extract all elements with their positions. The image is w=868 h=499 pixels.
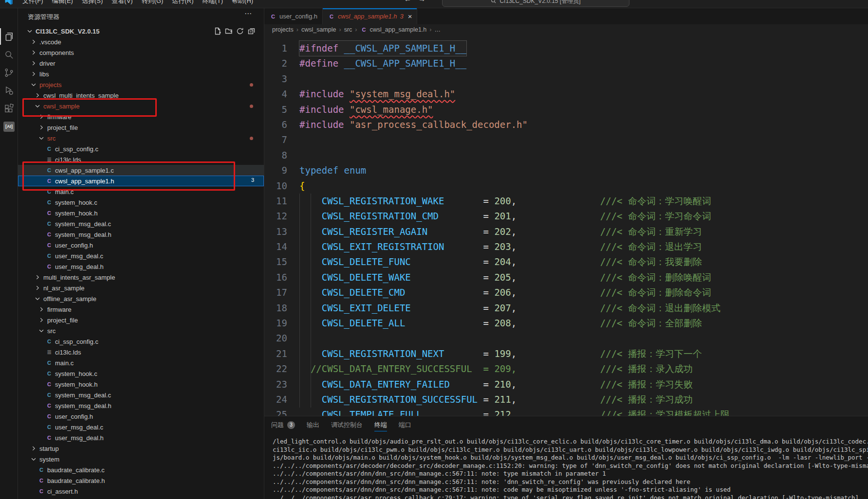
menu-item[interactable]: 转到(G) <box>137 0 168 7</box>
chevron-right-icon[interactable] <box>37 305 45 313</box>
tree-file-ci_assert.h[interactable]: Cci_assert.h <box>18 486 264 497</box>
tree-file-user_config.h[interactable]: Cuser_config.h <box>18 411 264 422</box>
chevron-right-icon[interactable] <box>34 91 41 99</box>
nav-back-icon[interactable]: ← <box>404 0 411 3</box>
menu-item[interactable]: 终端(T) <box>198 0 227 7</box>
tree-file-user_msg_deal.h[interactable]: Cuser_msg_deal.h <box>18 261 264 272</box>
tree-file-system_msg_deal.c[interactable]: Csystem_msg_deal.c <box>18 218 264 229</box>
chevron-right-icon[interactable] <box>30 49 37 56</box>
tree-folder-firmware[interactable]: firmware <box>18 111 264 122</box>
explorer-icon[interactable] <box>0 28 18 45</box>
tree-file-cwsl_app_sample1.h[interactable]: Ccwsl_app_sample1.h3 <box>18 176 264 186</box>
tree-folder-projects[interactable]: projects <box>18 79 264 90</box>
chevron-down-icon[interactable] <box>30 81 37 89</box>
tree-folder-multi_intents_asr_sample[interactable]: multi_intents_asr_sample <box>18 272 264 283</box>
editor-tab-user_config.h[interactable]: Cuser_config.h <box>264 8 323 24</box>
menu-item[interactable]: 文件(F) <box>18 0 48 7</box>
tree-file-system_hook.h[interactable]: Csystem_hook.h <box>18 379 264 390</box>
chevron-right-icon[interactable] <box>34 284 41 292</box>
tree-file-ci_ssp_config.c[interactable]: Cci_ssp_config.c <box>18 143 264 154</box>
ai-tool-icon[interactable]: [AI] <box>0 118 18 135</box>
tree-file-ci13lc.lds[interactable]: ≣ci13lc.lds <box>18 347 264 357</box>
tree-file-system_hook.c[interactable]: Csystem_hook.c <box>18 368 264 379</box>
tree-folder-project_file[interactable]: project_file <box>18 122 264 133</box>
search-icon[interactable] <box>0 46 18 63</box>
tree-folder-firmware[interactable]: firmware <box>18 304 264 315</box>
tree-file-system_msg_deal.h[interactable]: Csystem_msg_deal.h <box>18 229 264 240</box>
chevron-right-icon[interactable] <box>37 124 45 131</box>
panel-tab-端口[interactable]: 端口 <box>399 416 411 433</box>
menu-item[interactable]: 查看(V) <box>107 0 137 7</box>
breadcrumb-item[interactable]: ›Ccwsl_app_sample1.h <box>352 26 426 33</box>
tree-file-baudrate_calibrate.c[interactable]: Cbaudrate_calibrate.c <box>18 464 264 475</box>
more-actions-icon[interactable]: ⋯ <box>244 9 252 18</box>
terminal-output[interactable]: /led_light_control.o build/objs/audio_pr… <box>273 438 868 499</box>
chevron-down-icon[interactable] <box>37 327 45 335</box>
tree-file-system_msg_deal.c[interactable]: Csystem_msg_deal.c <box>18 390 264 400</box>
nav-forward-icon[interactable]: → <box>418 0 425 3</box>
tree-file-ci13lc.lds[interactable]: ≣ci13lc.lds <box>18 154 264 165</box>
tree-folder-src[interactable]: src <box>18 325 264 336</box>
chevron-down-icon[interactable] <box>34 295 41 303</box>
chevron-down-icon[interactable] <box>26 27 34 35</box>
tree-folder-offline_asr_sample[interactable]: offline_asr_sample <box>18 293 264 304</box>
panel-tab-调试控制台[interactable]: 调试控制台 <box>331 416 363 433</box>
tree-folder-system[interactable]: system <box>18 454 264 464</box>
chevron-down-icon[interactable] <box>34 102 41 110</box>
tree-folder-driver[interactable]: driver <box>18 58 264 69</box>
breadcrumb-item[interactable]: ›src <box>336 26 352 33</box>
menu-item[interactable]: 帮助(H) <box>227 0 258 7</box>
tree-folder-.vscode[interactable]: .vscode <box>18 36 264 47</box>
tree-folder-cwsl_multi_intents_sample[interactable]: cwsl_multi_intents_sample <box>18 90 264 101</box>
chevron-right-icon[interactable] <box>34 273 41 281</box>
tree-file-main.c[interactable]: Cmain.c <box>18 186 264 197</box>
chevron-right-icon[interactable] <box>30 70 37 78</box>
chevron-right-icon[interactable] <box>37 113 45 121</box>
chevron-down-icon[interactable] <box>30 455 37 463</box>
tree-file-user_msg_deal.h[interactable]: Cuser_msg_deal.h <box>18 432 264 443</box>
tree-folder-CI13LC_SDK_V2.0.15[interactable]: CI13LC_SDK_V2.0.15 <box>18 26 264 36</box>
breadcrumb-item[interactable]: ›cwsl_sample <box>294 26 336 33</box>
panel-tab-输出[interactable]: 输出 <box>307 416 319 433</box>
menu-item[interactable]: 编辑(E) <box>48 0 77 7</box>
tree-file-cwsl_app_sample1.c[interactable]: Ccwsl_app_sample1.c <box>18 165 264 176</box>
chevron-right-icon[interactable] <box>30 38 37 46</box>
tree-folder-components[interactable]: components <box>18 47 264 58</box>
chevron-right-icon[interactable] <box>30 445 37 452</box>
tree-file-user_config.h[interactable]: Cuser_config.h <box>18 240 264 250</box>
tree-folder-startup[interactable]: startup <box>18 443 264 454</box>
tree-file-system_hook.h[interactable]: Csystem_hook.h <box>18 208 264 218</box>
breadcrumb-item[interactable]: projects <box>272 26 294 33</box>
new-file-icon[interactable] <box>214 27 222 36</box>
chevron-right-icon[interactable] <box>37 316 45 324</box>
tree-file-system_msg_deal.h[interactable]: Csystem_msg_deal.h <box>18 400 264 411</box>
code-editor[interactable]: 1#ifndef __CWSL_APP_SAMPLE1_H__2#define … <box>264 35 868 416</box>
run-debug-icon[interactable] <box>0 82 18 99</box>
new-folder-icon[interactable] <box>225 27 233 36</box>
tree-folder-src[interactable]: src <box>18 133 264 143</box>
collapse-all-icon[interactable] <box>247 27 255 36</box>
tree-file-ci_ssp_config.c[interactable]: Cci_ssp_config.c <box>18 336 264 347</box>
tree-file-baudrate_calibrate.h[interactable]: Cbaudrate_calibrate.h <box>18 475 264 486</box>
tree-file-user_msg_deal.c[interactable]: Cuser_msg_deal.c <box>18 422 264 432</box>
tree-folder-libs[interactable]: libs <box>18 69 264 79</box>
menu-item[interactable]: 运行(R) <box>167 0 198 7</box>
chevron-down-icon[interactable] <box>37 134 45 142</box>
command-center-search[interactable]: CI13LC_SDK_V2.0.15 [管理员] <box>442 0 629 7</box>
tree-file-user_msg_deal.c[interactable]: Cuser_msg_deal.c <box>18 250 264 261</box>
close-icon[interactable]: × <box>408 12 412 20</box>
tree-folder-cwsl_sample[interactable]: cwsl_sample <box>18 101 264 111</box>
panel-tab-问题[interactable]: 问题3 <box>271 416 295 433</box>
panel-tab-终端[interactable]: 终端 <box>374 416 387 433</box>
tree-file-main.c[interactable]: Cmain.c <box>18 357 264 368</box>
editor-tab-cwsl_app_sample1.h[interactable]: Ccwsl_app_sample1.h3× <box>323 8 417 24</box>
source-control-icon[interactable] <box>0 64 18 81</box>
menu-item[interactable]: 选择(S) <box>77 0 107 7</box>
tree-file-system_hook.c[interactable]: Csystem_hook.c <box>18 197 264 208</box>
tree-folder-nl_asr_sample[interactable]: nl_asr_sample <box>18 283 264 293</box>
tree-folder-project_file[interactable]: project_file <box>18 315 264 325</box>
breadcrumb-item[interactable]: ›… <box>426 26 441 33</box>
extensions-icon[interactable] <box>0 100 18 117</box>
chevron-right-icon[interactable] <box>30 59 37 67</box>
refresh-icon[interactable] <box>236 27 244 36</box>
